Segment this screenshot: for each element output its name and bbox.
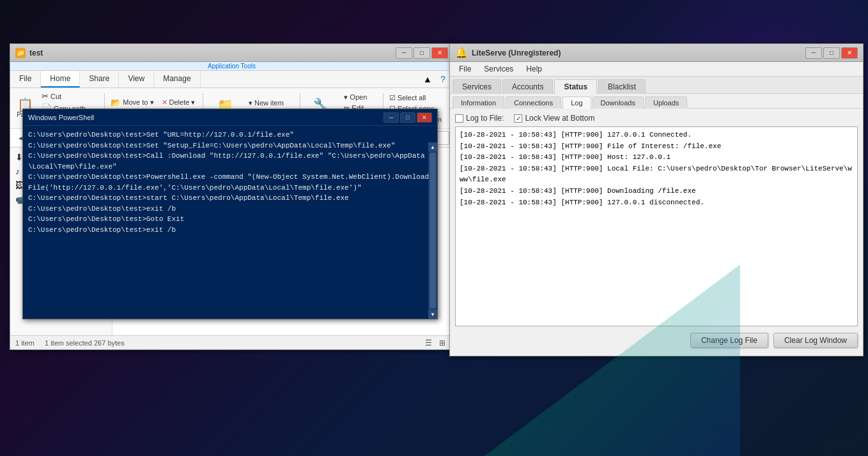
- tab-share[interactable]: Share: [80, 71, 119, 87]
- ls-footer-buttons: Change Log File Clear Log Window: [455, 330, 858, 351]
- tiles-view-button[interactable]: ⊞: [437, 337, 448, 349]
- ps-line: C:\Users\pedro\Desktop\test>start C:\Use…: [28, 193, 432, 204]
- powershell-window: Windows PowerShell ─ □ ✕ C:\Users\pedro\…: [22, 109, 438, 319]
- ls-subtab-downloads[interactable]: Downloads: [593, 96, 644, 109]
- open-button[interactable]: ▾ Open: [341, 93, 380, 102]
- tab-file[interactable]: File: [10, 71, 41, 87]
- ls-maximize-button[interactable]: □: [823, 47, 840, 59]
- ls-subtab-connections[interactable]: Connections: [506, 96, 561, 109]
- folder-icon: 📁: [15, 48, 26, 58]
- ls-subtab-information[interactable]: Information: [453, 96, 504, 109]
- ps-content-wrapper: C:\Users\pedro\Desktop\test>Set "URL=htt…: [23, 126, 437, 319]
- ls-main-tabs: Services Accounts Status Blacklist: [450, 77, 863, 94]
- ls-subtabs: Information Connections Log Downloads Up…: [450, 94, 863, 109]
- delete-button[interactable]: ✕ Delete ▾: [159, 98, 201, 107]
- cut-button[interactable]: ✂ Cut: [38, 91, 102, 102]
- log-to-file-label: Log to File:: [466, 114, 504, 123]
- ps-line: C:\Users\pedro\Desktop\test>Goto Exit: [28, 214, 432, 225]
- ps-scroll-up[interactable]: ▲: [428, 142, 437, 151]
- log-line: [10-28-2021 - 10:58:43] [HTTP:900] Downl…: [460, 186, 853, 197]
- ls-checkboxes: Log to File: ✓ Lock View at Bottom: [455, 114, 858, 123]
- ps-line: C:\Users\pedro\Desktop\test>Set "Setup_F…: [28, 141, 432, 151]
- ps-scrollbar[interactable]: ▲ ▼: [428, 142, 437, 319]
- ls-minimize-button[interactable]: ─: [805, 47, 822, 59]
- minimize-button[interactable]: ─: [396, 47, 412, 59]
- ls-menubar: File Services Help: [450, 62, 863, 77]
- new-item-button[interactable]: ▾ New item: [245, 98, 297, 108]
- menu-help[interactable]: Help: [520, 63, 548, 75]
- liteserve-window: 🔔 LiteServe (Unregistered) ─ □ ✕ File Se…: [449, 43, 864, 356]
- status-right: ☰ ⊞: [422, 337, 448, 349]
- explorer-titlebar: 📁 test ─ □ ✕: [10, 44, 453, 62]
- maximize-button[interactable]: □: [414, 47, 430, 59]
- clear-log-window-button[interactable]: Clear Log Window: [773, 333, 858, 348]
- ls-close-button[interactable]: ✕: [841, 47, 858, 59]
- ps-minimize-button[interactable]: ─: [384, 112, 399, 123]
- menu-file[interactable]: File: [453, 63, 477, 75]
- ls-tab-accounts[interactable]: Accounts: [502, 79, 553, 94]
- ps-maximize-button[interactable]: □: [400, 112, 415, 123]
- ls-controls: ─ □ ✕: [805, 47, 858, 59]
- app-tools-label: Application Tools: [10, 62, 453, 71]
- ps-line: C:\Users\pedro\Desktop\test>Set "URL=htt…: [28, 130, 432, 141]
- explorer-window-controls: ─ □ ✕: [396, 47, 448, 59]
- change-log-file-button[interactable]: Change Log File: [690, 333, 768, 348]
- log-to-file-row: Log to File:: [455, 114, 504, 123]
- log-line: [10-28-2021 - 10:58:43] [HTTP:900] 127.0…: [460, 130, 853, 141]
- menu-services[interactable]: Services: [477, 63, 520, 75]
- liteserve-icon: 🔔: [455, 47, 468, 59]
- ls-titlebar: 🔔 LiteServe (Unregistered) ─ □ ✕: [450, 44, 863, 62]
- ls-title-text: LiteServe (Unregistered): [472, 49, 561, 57]
- status-selection: 1 item selected 267 bytes: [45, 339, 125, 347]
- move-to-button[interactable]: 📂 Move to ▾: [107, 97, 157, 108]
- details-view-button[interactable]: ☰: [422, 337, 434, 349]
- log-line: [10-28-2021 - 10:58:43] [HTTP:900] 127.0…: [460, 197, 853, 209]
- log-line: [10-28-2021 - 10:58:43] [HTTP:900] File …: [460, 141, 853, 153]
- ls-tab-services[interactable]: Services: [453, 79, 501, 94]
- ls-body: Log to File: ✓ Lock View at Bottom [10-2…: [450, 109, 863, 356]
- tab-home[interactable]: Home: [41, 71, 80, 87]
- log-line: [10-28-2021 - 10:58:43] [HTTP:900] Local…: [460, 163, 853, 186]
- status-item-count: 1 item: [15, 339, 35, 347]
- ps-line: C:\Users\pedro\Desktop\test>exit /b: [28, 225, 432, 236]
- ls-subtab-uploads[interactable]: Uploads: [645, 96, 687, 109]
- ps-line: C:\Users\pedro\Desktop\test>Call :Downlo…: [28, 151, 432, 172]
- lock-view-row: ✓ Lock View at Bottom: [514, 114, 594, 123]
- log-line: [10-28-2021 - 10:58:43] [HTTP:900] Host:…: [460, 152, 853, 163]
- ls-tab-status[interactable]: Status: [554, 79, 597, 94]
- ls-title-left: 🔔 LiteServe (Unregistered): [455, 47, 561, 59]
- ps-line: C:\Users\pedro\Desktop\test>Powershell.e…: [28, 172, 432, 193]
- tab-manage[interactable]: Manage: [154, 71, 200, 87]
- lock-view-checkbox[interactable]: ✓: [514, 114, 522, 123]
- titlebar-left: 📁 test: [15, 48, 43, 58]
- log-to-file-checkbox[interactable]: [455, 114, 463, 123]
- explorer-title: test: [29, 49, 43, 57]
- ls-log-area: [10-28-2021 - 10:58:43] [HTTP:900] 127.0…: [455, 126, 858, 326]
- ls-tab-blacklist[interactable]: Blacklist: [598, 79, 646, 94]
- ps-scroll-down[interactable]: ▼: [428, 310, 437, 319]
- ps-title: Windows PowerShell: [28, 114, 94, 121]
- tab-view[interactable]: View: [119, 71, 154, 87]
- ps-close-button[interactable]: ✕: [417, 112, 432, 123]
- ls-subtab-log[interactable]: Log: [562, 96, 591, 109]
- ps-scroll-thumb[interactable]: [430, 153, 436, 308]
- ps-line: C:\Users\pedro\Desktop\test>exit /b: [28, 204, 432, 215]
- ps-controls: ─ □ ✕: [384, 112, 432, 123]
- music-icon: ♪: [15, 166, 20, 176]
- lock-view-label: Lock View at Bottom: [525, 114, 594, 123]
- help-button[interactable]: ?: [437, 73, 449, 86]
- ps-titlebar: Windows PowerShell ─ □ ✕: [23, 109, 437, 126]
- explorer-statusbar: 1 item 1 item selected 267 bytes ☰ ⊞: [10, 335, 453, 349]
- desktop: 📁 test ─ □ ✕ Application Tools File Home…: [0, 0, 868, 456]
- ribbon-collapse-btn[interactable]: ▲: [421, 73, 434, 86]
- ribbon-tabs: File Home Share View Manage ▲ ?: [10, 71, 453, 88]
- close-button[interactable]: ✕: [431, 47, 448, 59]
- ps-content: C:\Users\pedro\Desktop\test>Set "URL=htt…: [23, 126, 437, 239]
- select-all-button[interactable]: ☑ Select all: [386, 93, 446, 103]
